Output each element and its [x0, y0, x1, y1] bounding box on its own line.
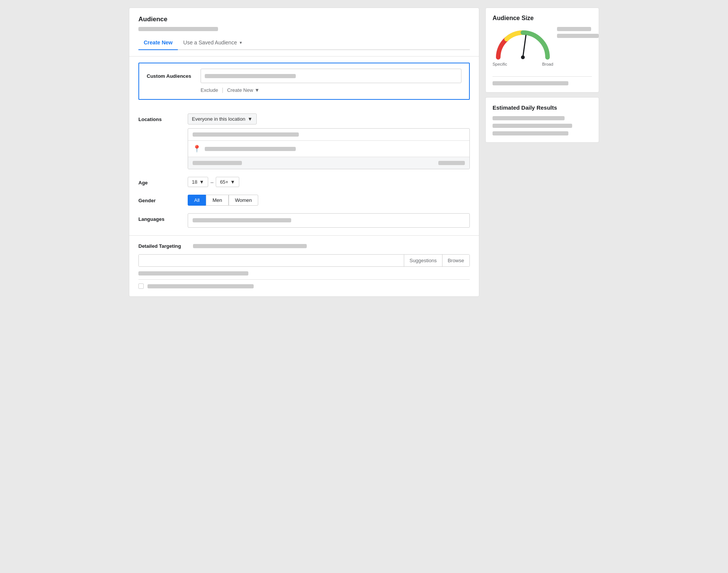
custom-audiences-wrapper: Custom Audiences Exclude | Create New ▼ — [129, 57, 479, 106]
create-new-arrow-icon: ▼ — [255, 87, 260, 93]
location-search[interactable] — [188, 129, 469, 141]
dt-tags-row — [138, 271, 470, 275]
exclude-link[interactable]: Exclude — [201, 87, 218, 93]
dt-header-row: Detailed Targeting — [138, 243, 470, 249]
location-pin-icon: 📍 — [193, 145, 201, 153]
languages-row: Languages — [138, 213, 470, 228]
specific-label: Specific — [493, 62, 507, 66]
audience-size-card: Audience Size — [485, 8, 599, 93]
dt-header-skeleton — [193, 244, 307, 248]
dt-search-row: Suggestions Browse — [138, 254, 470, 267]
gender-label: Gender — [138, 195, 188, 203]
tab-create-new[interactable]: Create New — [138, 36, 178, 50]
create-new-button[interactable]: Create New ▼ — [227, 87, 260, 93]
main-panel: Audience Create New Use a Saved Audience… — [129, 8, 479, 297]
languages-content — [188, 213, 470, 228]
tab-saved-arrow-icon: ▼ — [239, 41, 243, 45]
custom-audiences-actions: Exclude | Create New ▼ — [201, 87, 461, 93]
audience-tabs-row: Create New Use a Saved Audience ▼ — [138, 36, 470, 50]
fields-section: Locations Everyone in this location ▼ 📍 — [129, 106, 479, 236]
location-footer-right-skeleton — [438, 161, 465, 165]
gender-button-group: All Men Women — [188, 195, 470, 206]
gender-women-button[interactable]: Women — [229, 195, 259, 206]
languages-input[interactable] — [188, 213, 470, 228]
dt-checkbox-label-skeleton — [147, 284, 254, 288]
side-panel: Audience Size — [485, 8, 599, 297]
custom-audiences-section: Custom Audiences Exclude | Create New ▼ — [138, 63, 470, 100]
custom-audiences-input[interactable] — [201, 69, 461, 83]
dt-tag-skeleton-1 — [138, 271, 248, 275]
dt-label: Detailed Targeting — [138, 243, 188, 249]
locations-content: Everyone in this location ▼ 📍 — [188, 113, 470, 169]
location-box: 📍 — [188, 128, 470, 169]
age-row: Age 18 ▼ – 65+ ▼ — [138, 177, 470, 187]
page-layout: Audience Create New Use a Saved Audience… — [129, 8, 599, 297]
location-item-skeleton — [205, 147, 296, 151]
age-label: Age — [138, 177, 188, 186]
age-content: 18 ▼ – 65+ ▼ — [188, 177, 470, 187]
age-dash: – — [210, 179, 213, 185]
gauge-info-skeleton-1 — [557, 27, 591, 31]
estimated-daily-title: Estimated Daily Results — [493, 104, 592, 111]
detailed-targeting-section: Detailed Targeting Suggestions Browse — [129, 236, 479, 296]
svg-point-1 — [521, 55, 525, 59]
ca-input-skeleton — [205, 74, 296, 78]
dt-suggestions-button[interactable]: Suggestions — [404, 255, 442, 266]
gauge-info — [557, 27, 599, 38]
age-to-select[interactable]: 65+ ▼ — [216, 177, 239, 187]
everyone-dropdown-arrow-icon: ▼ — [248, 116, 253, 122]
gender-men-button[interactable]: Men — [206, 195, 228, 206]
tab-saved-audience[interactable]: Use a Saved Audience ▼ — [178, 36, 248, 50]
audience-skeleton-bar — [138, 27, 218, 31]
locations-row: Locations Everyone in this location ▼ 📍 — [138, 113, 470, 169]
action-separator: | — [222, 87, 223, 93]
dt-checkbox[interactable] — [138, 283, 144, 289]
languages-input-skeleton — [193, 218, 291, 222]
gender-row: Gender All Men Women — [138, 195, 470, 206]
age-from-arrow-icon: ▼ — [199, 179, 204, 185]
broad-label: Broad — [542, 62, 553, 66]
location-search-skeleton — [193, 132, 299, 137]
locations-label: Locations — [138, 113, 188, 122]
location-item: 📍 — [188, 141, 469, 157]
estimated-rows — [493, 116, 592, 135]
gauge-labels: Specific Broad — [493, 62, 553, 66]
estimated-daily-card: Estimated Daily Results — [485, 97, 599, 143]
dt-checkbox-row — [138, 283, 470, 289]
svg-line-0 — [523, 35, 526, 57]
location-footer — [188, 157, 469, 169]
dt-divider — [138, 279, 470, 280]
age-to-arrow-icon: ▼ — [230, 179, 235, 185]
gauge-svg — [493, 27, 553, 61]
audience-header-section: Audience Create New Use a Saved Audience… — [129, 8, 479, 57]
audience-section-title: Audience — [138, 16, 470, 23]
est-skeleton-1 — [493, 116, 565, 120]
est-skeleton-3 — [493, 131, 568, 135]
audience-size-title: Audience Size — [493, 15, 592, 22]
languages-label: Languages — [138, 213, 188, 222]
everyone-dropdown[interactable]: Everyone in this location ▼ — [188, 113, 257, 124]
gender-content: All Men Women — [188, 195, 470, 206]
gauge-info-skeleton-2 — [557, 34, 599, 38]
age-from-select[interactable]: 18 ▼ — [188, 177, 208, 187]
gauge-area: Specific Broad — [493, 27, 592, 72]
gauge-separator — [493, 76, 592, 77]
dt-search-input[interactable] — [139, 255, 404, 266]
gender-all-button[interactable]: All — [188, 195, 206, 206]
audience-size-skeleton-bottom — [493, 81, 568, 85]
location-footer-left-skeleton — [193, 161, 242, 165]
custom-audiences-row: Custom Audiences — [147, 69, 461, 83]
est-skeleton-2 — [493, 124, 572, 128]
gauge-container: Specific Broad — [493, 27, 553, 66]
dt-browse-button[interactable]: Browse — [442, 255, 469, 266]
custom-audiences-label: Custom Audiences — [147, 73, 196, 79]
